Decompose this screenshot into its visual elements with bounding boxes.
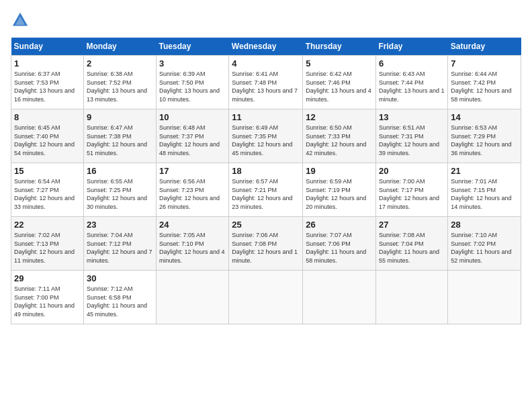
col-thursday: Thursday: [303, 38, 376, 56]
day-number: 6: [379, 58, 445, 68]
day-info: Sunrise: 6:43 AMSunset: 7:44 PMDaylight:…: [379, 70, 445, 103]
column-headers: Sunday Monday Tuesday Wednesday Thursday…: [11, 38, 521, 56]
day-info: Sunrise: 6:55 AMSunset: 7:25 PMDaylight:…: [87, 177, 153, 211]
day-number: 18: [232, 166, 300, 176]
day-info: Sunrise: 7:07 AMSunset: 7:06 PMDaylight:…: [306, 231, 373, 265]
day-number: 9: [87, 112, 153, 122]
table-cell: 22Sunrise: 7:02 AMSunset: 7:13 PMDayligh…: [11, 217, 84, 271]
day-number: 7: [451, 58, 518, 68]
day-number: 12: [306, 112, 373, 122]
table-cell: 9Sunrise: 6:47 AMSunset: 7:38 PMDaylight…: [83, 109, 156, 163]
table-cell: 3Sunrise: 6:39 AMSunset: 7:50 PMDaylight…: [157, 56, 229, 109]
table-cell: 4Sunrise: 6:41 AMSunset: 7:48 PMDaylight…: [229, 56, 303, 109]
day-info: Sunrise: 6:50 AMSunset: 7:33 PMDaylight:…: [306, 124, 373, 157]
day-info: Sunrise: 6:47 AMSunset: 7:38 PMDaylight:…: [87, 124, 153, 157]
col-saturday: Saturday: [448, 38, 521, 56]
day-number: 14: [451, 112, 518, 122]
day-number: 16: [87, 166, 153, 176]
calendar-table: Sunday Monday Tuesday Wednesday Thursday…: [11, 38, 521, 324]
day-info: Sunrise: 6:37 AMSunset: 7:53 PMDaylight:…: [14, 70, 81, 103]
calendar-row: 29Sunrise: 7:11 AMSunset: 7:00 PMDayligh…: [11, 271, 521, 324]
day-info: Sunrise: 7:08 AMSunset: 7:04 PMDaylight:…: [379, 231, 445, 265]
day-info: Sunrise: 6:41 AMSunset: 7:48 PMDaylight:…: [232, 70, 300, 103]
day-number: 15: [14, 166, 81, 176]
day-number: 22: [14, 220, 81, 230]
table-cell: 15Sunrise: 6:54 AMSunset: 7:27 PMDayligh…: [11, 163, 84, 217]
day-number: 26: [306, 220, 373, 230]
day-number: 17: [159, 166, 226, 176]
day-info: Sunrise: 6:54 AMSunset: 7:27 PMDaylight:…: [14, 177, 81, 211]
table-cell: 29Sunrise: 7:11 AMSunset: 7:00 PMDayligh…: [11, 271, 84, 324]
day-number: 30: [87, 273, 153, 283]
table-cell: [157, 271, 229, 324]
day-info: Sunrise: 7:10 AMSunset: 7:02 PMDaylight:…: [451, 231, 518, 265]
day-info: Sunrise: 6:59 AMSunset: 7:19 PMDaylight:…: [306, 177, 373, 211]
calendar-row: 22Sunrise: 7:02 AMSunset: 7:13 PMDayligh…: [11, 217, 521, 271]
table-cell: 12Sunrise: 6:50 AMSunset: 7:33 PMDayligh…: [303, 109, 376, 163]
day-info: Sunrise: 6:44 AMSunset: 7:42 PMDaylight:…: [451, 70, 518, 103]
col-wednesday: Wednesday: [229, 38, 303, 56]
table-cell: [303, 271, 376, 324]
day-number: 24: [159, 220, 226, 230]
day-info: Sunrise: 7:04 AMSunset: 7:12 PMDaylight:…: [87, 231, 153, 265]
table-cell: 13Sunrise: 6:51 AMSunset: 7:31 PMDayligh…: [376, 109, 448, 163]
table-cell: 2Sunrise: 6:38 AMSunset: 7:52 PMDaylight…: [83, 56, 156, 109]
day-number: 13: [379, 112, 445, 122]
table-cell: 19Sunrise: 6:59 AMSunset: 7:19 PMDayligh…: [303, 163, 376, 217]
day-info: Sunrise: 7:11 AMSunset: 7:00 PMDaylight:…: [14, 285, 81, 318]
day-info: Sunrise: 6:39 AMSunset: 7:50 PMDaylight:…: [159, 70, 226, 103]
table-cell: 25Sunrise: 7:06 AMSunset: 7:08 PMDayligh…: [229, 217, 303, 271]
day-number: 25: [232, 220, 300, 230]
table-cell: 27Sunrise: 7:08 AMSunset: 7:04 PMDayligh…: [376, 217, 448, 271]
table-cell: 23Sunrise: 7:04 AMSunset: 7:12 PMDayligh…: [83, 217, 156, 271]
day-info: Sunrise: 7:01 AMSunset: 7:15 PMDaylight:…: [451, 177, 518, 211]
table-cell: 1Sunrise: 6:37 AMSunset: 7:53 PMDaylight…: [11, 56, 84, 109]
col-monday: Monday: [83, 38, 156, 56]
table-cell: 30Sunrise: 7:12 AMSunset: 6:58 PMDayligh…: [83, 271, 156, 324]
calendar-row: 15Sunrise: 6:54 AMSunset: 7:27 PMDayligh…: [11, 163, 521, 217]
table-cell: [376, 271, 448, 324]
day-info: Sunrise: 6:57 AMSunset: 7:21 PMDaylight:…: [232, 177, 300, 211]
table-cell: 10Sunrise: 6:48 AMSunset: 7:37 PMDayligh…: [157, 109, 229, 163]
table-cell: 26Sunrise: 7:07 AMSunset: 7:06 PMDayligh…: [303, 217, 376, 271]
day-info: Sunrise: 6:56 AMSunset: 7:23 PMDaylight:…: [159, 177, 226, 211]
day-info: Sunrise: 7:05 AMSunset: 7:10 PMDaylight:…: [159, 231, 226, 265]
day-number: 8: [14, 112, 81, 122]
table-cell: 20Sunrise: 7:00 AMSunset: 7:17 PMDayligh…: [376, 163, 448, 217]
day-info: Sunrise: 7:02 AMSunset: 7:13 PMDaylight:…: [14, 231, 81, 265]
table-cell: 24Sunrise: 7:05 AMSunset: 7:10 PMDayligh…: [157, 217, 229, 271]
day-number: 28: [451, 220, 518, 230]
day-number: 23: [87, 220, 153, 230]
table-cell: 16Sunrise: 6:55 AMSunset: 7:25 PMDayligh…: [83, 163, 156, 217]
table-cell: 21Sunrise: 7:01 AMSunset: 7:15 PMDayligh…: [448, 163, 521, 217]
table-cell: 17Sunrise: 6:56 AMSunset: 7:23 PMDayligh…: [157, 163, 229, 217]
table-cell: 6Sunrise: 6:43 AMSunset: 7:44 PMDaylight…: [376, 56, 448, 109]
calendar-row: 1Sunrise: 6:37 AMSunset: 7:53 PMDaylight…: [11, 56, 521, 109]
day-info: Sunrise: 6:51 AMSunset: 7:31 PMDaylight:…: [379, 124, 445, 157]
day-info: Sunrise: 6:49 AMSunset: 7:35 PMDaylight:…: [232, 124, 300, 157]
day-number: 27: [379, 220, 445, 230]
table-cell: 5Sunrise: 6:42 AMSunset: 7:46 PMDaylight…: [303, 56, 376, 109]
table-cell: [448, 271, 521, 324]
table-cell: 14Sunrise: 6:53 AMSunset: 7:29 PMDayligh…: [448, 109, 521, 163]
table-cell: 11Sunrise: 6:49 AMSunset: 7:35 PMDayligh…: [229, 109, 303, 163]
table-cell: 28Sunrise: 7:10 AMSunset: 7:02 PMDayligh…: [448, 217, 521, 271]
day-info: Sunrise: 6:42 AMSunset: 7:46 PMDaylight:…: [306, 70, 373, 103]
table-cell: 18Sunrise: 6:57 AMSunset: 7:21 PMDayligh…: [229, 163, 303, 217]
day-info: Sunrise: 6:45 AMSunset: 7:40 PMDaylight:…: [14, 124, 81, 157]
logo-icon: [11, 11, 30, 30]
day-number: 19: [306, 166, 373, 176]
day-info: Sunrise: 6:38 AMSunset: 7:52 PMDaylight:…: [87, 70, 153, 103]
day-number: 1: [14, 58, 81, 68]
col-tuesday: Tuesday: [157, 38, 229, 56]
col-sunday: Sunday: [11, 38, 84, 56]
table-cell: 7Sunrise: 6:44 AMSunset: 7:42 PMDaylight…: [448, 56, 521, 109]
col-friday: Friday: [376, 38, 448, 56]
day-info: Sunrise: 7:12 AMSunset: 6:58 PMDaylight:…: [87, 285, 153, 318]
table-cell: [229, 271, 303, 324]
day-number: 20: [379, 166, 445, 176]
calendar-row: 8Sunrise: 6:45 AMSunset: 7:40 PMDaylight…: [11, 109, 521, 163]
day-number: 29: [14, 273, 81, 283]
day-number: 4: [232, 58, 300, 68]
day-number: 10: [159, 112, 226, 122]
